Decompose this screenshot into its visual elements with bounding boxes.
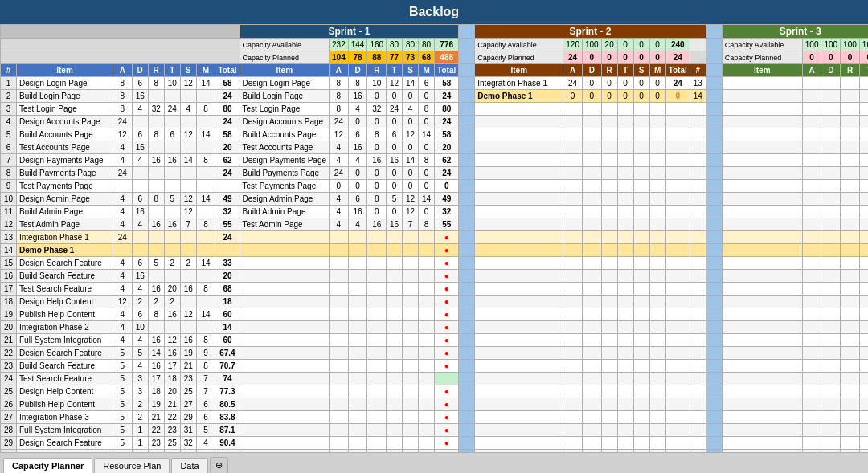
sprint3-header: Sprint - 3 — [722, 25, 868, 39]
table-row: 14 Demo Phase 1 ● — [1, 244, 869, 257]
capacity-available-row: Capacity Available 232 144 160 80 80 80 … — [1, 39, 869, 51]
table-row: 17 Test Search Feature 4 4 16 20 16 8 68… — [1, 283, 869, 296]
table-row: 20 Integration Phase 2 4 10 14 ● — [1, 321, 869, 334]
sprint1-header: Sprint - 1 — [240, 25, 459, 39]
table-row: 21 Full System Integration 4 4 16 12 16 … — [1, 334, 869, 347]
table-row: 28 Full System Integration 5 1 22 23 31 … — [1, 424, 869, 437]
column-header-row: # Item A D R T S M Total Item A D R T S — [1, 64, 869, 77]
table-row: 5 Build Accounts Page 12 6 8 6 12 14 58 … — [1, 128, 869, 141]
table-row: 12 Test Admin Page 4 4 16 16 7 8 55 Test… — [1, 218, 869, 231]
capacity-planned-row: Capacity Planned 104 78 88 77 73 68 488 … — [1, 51, 869, 64]
table-row: 23 Build Search Feature 5 4 16 17 21 8 7… — [1, 360, 869, 373]
tab-add-button[interactable]: ⊕ — [210, 457, 228, 473]
divider2 — [706, 25, 722, 39]
table-row: 11 Build Admin Page 4 16 12 32 Build Adm… — [1, 206, 869, 218]
main-table: Sprint - 1 Sprint - 2 Sprint - 3 Capacit… — [0, 24, 868, 452]
table-row: 24 Test Search Feature 5 3 17 18 23 7 74 — [1, 373, 869, 385]
sprint2-header: Sprint - 2 — [475, 25, 706, 39]
table-row: 26 Publish Help Content 5 2 19 21 27 6 8… — [1, 398, 869, 411]
app-container: Backlog Sprint - 1 Sprint - 2 — [0, 0, 868, 473]
sprint-header-row: Sprint - 1 Sprint - 2 Sprint - 3 — [1, 25, 869, 39]
table-row: 13 Integration Phase 1 24 24 — [1, 231, 869, 244]
table-row: 1 Design Login Page 8 6 8 10 12 14 58 De… — [1, 77, 869, 90]
spreadsheet-area: Sprint - 1 Sprint - 2 Sprint - 3 Capacit… — [0, 24, 868, 452]
table-row: 19 Publish Help Content 4 6 8 16 12 14 6… — [1, 308, 869, 321]
table-row: 3 Test Login Page 8 4 32 24 4 8 80 Test … — [1, 103, 869, 116]
divider1 — [459, 25, 475, 39]
table-row: 27 Integration Phase 3 5 2 21 22 29 6 83… — [1, 411, 869, 424]
table-row: 4 Design Accounts Page 24 24 Design Acco… — [1, 116, 869, 128]
table-row: 16 Build Search Feature 4 16 20 ● — [1, 270, 869, 283]
title-bar: Backlog — [0, 0, 868, 24]
table-row: 7 Design Payments Page 4 4 16 16 14 8 62… — [1, 154, 869, 167]
table-row: 9 Test Payments Page Test Payments Page … — [1, 180, 869, 193]
table-row: 6 Test Accounts Page 4 16 20 Test Accoun… — [1, 141, 869, 154]
table-row: 15 Design Search Feature 4 6 5 2 2 14 33… — [1, 257, 869, 270]
table-row: 22 Design Search Feature 5 5 14 16 19 9 … — [1, 347, 869, 360]
tab-resource-plan[interactable]: Resource Plan — [94, 458, 170, 473]
title: Backlog — [409, 5, 459, 18]
table-row: 10 Design Admin Page 4 6 8 5 12 14 49 De… — [1, 193, 869, 206]
table-row: 29 Design Search Feature 5 1 23 25 32 4 … — [1, 437, 869, 450]
table-row: 18 Design Help Content 12 2 2 2 18 ● — [1, 296, 869, 308]
sheet-scroll[interactable]: Sprint - 1 Sprint - 2 Sprint - 3 Capacit… — [0, 24, 868, 452]
table-row: 2 Build Login Page 8 16 24 Build Login P… — [1, 90, 869, 103]
tab-data[interactable]: Data — [171, 458, 207, 473]
table-row: 8 Build Payments Page 24 24 Build Paymen… — [1, 167, 869, 180]
table-row: 25 Design Help Content 5 3 18 20 25 7 77… — [1, 385, 869, 398]
tab-bar: Capacity Planner Resource Plan Data ⊕ — [0, 452, 868, 473]
tab-capacity-planner[interactable]: Capacity Planner — [3, 458, 92, 473]
